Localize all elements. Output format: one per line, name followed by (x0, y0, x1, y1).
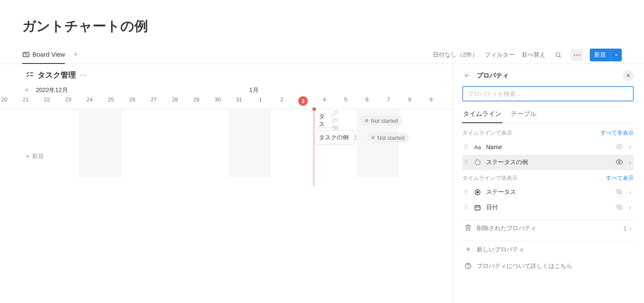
drag-handle-icon[interactable]: ⠿ (463, 189, 469, 196)
new-row-label: 新規 (32, 153, 44, 160)
day-cell: 30 (207, 96, 228, 103)
prop-label: 日付 (486, 204, 611, 211)
chevron-right-icon: › (629, 189, 631, 196)
day-cell: 8 (399, 96, 420, 103)
deleted-properties-row[interactable]: 削除されたプロパティ 1› (462, 219, 634, 237)
new-button-label: 新規 (590, 51, 610, 59)
day-cell: 9 (420, 96, 442, 103)
svg-point-7 (579, 54, 580, 55)
gantt-rows: + 新規 タスクの例Not startedタスクの例2Not started (0, 109, 453, 182)
new-property-label: 新しいプロパティ (477, 246, 525, 254)
properties-panel: プロパティ タイムライン テーブル タイムラインで表示 すべて非表示 ⠿ Aa … (454, 64, 644, 303)
drag-handle-icon[interactable]: ⠿ (463, 204, 469, 211)
day-cell: 29 (186, 96, 207, 103)
chevron-right-icon: › (629, 144, 631, 150)
search-button[interactable] (552, 49, 564, 61)
timeline-icon (22, 51, 30, 58)
show-all-button[interactable]: すべて表示 (606, 174, 634, 182)
chevron-right-icon: › (629, 204, 631, 211)
trash-icon (465, 224, 472, 232)
prop-row-status[interactable]: ⠿ ステータス › (462, 185, 634, 200)
text-property-icon: Aa (473, 144, 482, 150)
section-shown-label: タイムラインで表示 (462, 129, 512, 137)
day-cell: 7 (378, 96, 399, 103)
day-cell: 27 (143, 96, 164, 103)
database-title[interactable]: タスク管理 (38, 70, 76, 80)
today-line (314, 109, 314, 186)
day-cell: 3 (292, 96, 314, 106)
prop-row-status-example[interactable]: ⠿ ステータスの例 › (462, 155, 634, 170)
prop-row-date[interactable]: ⠿ 日付 › (462, 200, 634, 215)
search-icon (555, 52, 562, 58)
day-cell: 25 (100, 96, 122, 103)
new-button[interactable]: 新規 (590, 49, 622, 61)
day-cell: 26 (122, 96, 143, 103)
day-cell: 20 (0, 96, 15, 103)
deleted-count: 1 (624, 225, 627, 232)
days-header: 202122232425262728293031123456789 (0, 96, 453, 109)
svg-point-27 (468, 267, 469, 268)
svg-point-17 (477, 191, 478, 193)
day-cell: 22 (36, 96, 58, 103)
chevron-down-icon (614, 53, 618, 57)
day-cell: 2 (271, 96, 292, 103)
weekend-shade (79, 109, 122, 177)
svg-point-13 (618, 145, 621, 147)
more-button[interactable] (571, 49, 583, 61)
svg-point-6 (576, 54, 577, 55)
panel-back-button[interactable] (462, 72, 472, 79)
panel-close-button[interactable] (623, 70, 634, 81)
svg-point-15 (618, 161, 621, 163)
new-property-row[interactable]: + 新しいプロパティ (462, 241, 634, 258)
section-hidden-label: タイムラインで非表示 (462, 174, 518, 182)
arrow-left-icon (464, 72, 471, 79)
tab-label: Board View (32, 51, 65, 58)
eye-off-icon[interactable] (615, 203, 623, 212)
no-date-filter[interactable]: 日付なし（2件） (433, 51, 478, 59)
drag-handle-icon[interactable]: ⠿ (463, 144, 469, 150)
help-icon (465, 263, 472, 271)
learn-more-label: プロパティについて詳しくはこちら (477, 263, 572, 270)
new-button-dropdown[interactable] (610, 49, 622, 61)
scroll-left-icon[interactable] (24, 87, 30, 94)
eye-icon[interactable] (615, 143, 623, 152)
new-row-button[interactable]: + 新規 (26, 153, 44, 160)
panel-tab-table[interactable]: テーブル (510, 107, 537, 123)
panel-tab-timeline[interactable]: タイムライン (462, 107, 502, 123)
svg-point-3 (556, 52, 560, 56)
deleted-label: 削除されたプロパティ (477, 225, 536, 232)
hide-all-button[interactable]: すべて非表示 (600, 129, 634, 137)
learn-more-row[interactable]: プロパティについて詳しくはこちら (462, 258, 634, 275)
svg-rect-20 (475, 205, 480, 210)
eye-off-icon[interactable] (615, 188, 623, 197)
calendar-icon (473, 204, 482, 211)
svg-point-14 (475, 160, 480, 165)
page-title: ガントチャートの例 (0, 0, 644, 46)
task-bar[interactable]: タスクの例2 (315, 130, 354, 145)
svg-line-4 (559, 56, 561, 58)
status-badge: Not started (361, 115, 402, 126)
database-more[interactable]: ⋯ (79, 71, 86, 79)
more-icon (574, 54, 580, 56)
day-cell: 31 (228, 96, 250, 103)
day-cell: 4 (314, 96, 335, 103)
target-icon (473, 189, 482, 196)
day-cell: 24 (79, 96, 100, 103)
task-bar[interactable]: タスクの例 (315, 113, 333, 128)
day-cell: 5 (335, 96, 356, 103)
close-icon (626, 73, 631, 78)
view-toolbar: Board View + 日付なし（2件） フィルター 並べ替え 新規 (0, 46, 644, 64)
drag-handle-icon[interactable]: ⠿ (463, 159, 469, 166)
sort-button[interactable]: 並べ替え (522, 51, 545, 59)
prop-row-name[interactable]: ⠿ Aa Name › (462, 139, 634, 155)
filter-button[interactable]: フィルター (485, 51, 515, 59)
prop-label: ステータスの例 (486, 159, 611, 166)
property-search-input[interactable] (463, 87, 632, 100)
checklist-icon (26, 71, 34, 79)
eye-icon[interactable] (615, 158, 623, 167)
tab-board-view[interactable]: Board View (22, 46, 65, 64)
day-cell: 6 (356, 96, 378, 103)
prop-label: ステータス (486, 188, 611, 196)
plus-icon: + (465, 245, 472, 254)
add-view-button[interactable]: + (71, 50, 80, 60)
